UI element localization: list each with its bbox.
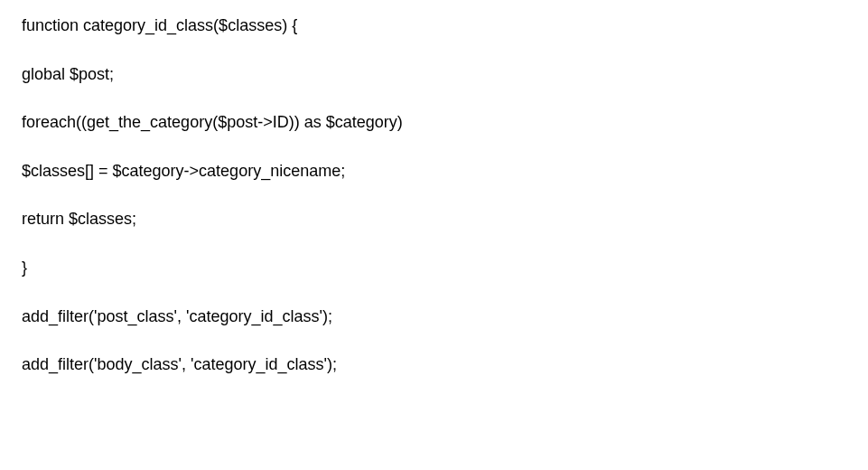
- code-line: }: [22, 258, 846, 278]
- code-line: foreach((get_the_category($post->ID)) as…: [22, 113, 846, 133]
- code-line: global $post;: [22, 65, 846, 85]
- code-line: add_filter('post_class', 'category_id_cl…: [22, 307, 846, 327]
- code-line: $classes[] = $category->category_nicenam…: [22, 162, 846, 182]
- code-line: function category_id_class($classes) {: [22, 16, 846, 36]
- code-line: return $classes;: [22, 210, 846, 230]
- code-line: add_filter('body_class', 'category_id_cl…: [22, 355, 846, 375]
